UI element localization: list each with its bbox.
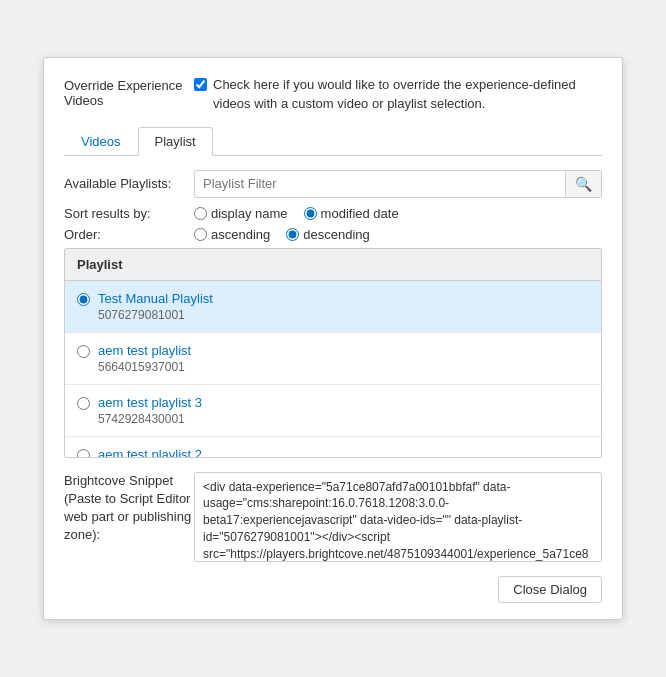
sort-display-name-label: display name <box>211 206 288 221</box>
close-dialog-button[interactable]: Close Dialog <box>498 576 602 603</box>
playlist-radio-3[interactable] <box>77 449 90 458</box>
playlist-info-3: aem test playlist 2 5663729785001 <box>98 447 202 458</box>
footer-row: Close Dialog <box>64 576 602 603</box>
snippet-textarea[interactable]: <div data-experience="5a71ce807afd7a0010… <box>194 472 602 562</box>
playlist-item[interactable]: aem test playlist 5664015937001 <box>65 333 601 385</box>
sort-display-name-radio[interactable] <box>194 207 207 220</box>
sort-modified-date-label: modified date <box>321 206 399 221</box>
tabs-row: Videos Playlist <box>64 127 602 156</box>
playlist-item[interactable]: Test Manual Playlist 5076279081001 <box>65 281 601 333</box>
sort-label: Sort results by: <box>64 206 194 221</box>
playlist-name-1: aem test playlist <box>98 343 191 358</box>
playlist-info-0: Test Manual Playlist 5076279081001 <box>98 291 213 322</box>
sort-modified-date[interactable]: modified date <box>304 206 399 221</box>
order-descending-label: descending <box>303 227 370 242</box>
playlist-filter-wrap: 🔍 <box>194 170 602 198</box>
override-checkbox-area: Check here if you would like to override… <box>194 76 602 112</box>
order-label: Order: <box>64 227 194 242</box>
sort-radio-group: display name modified date <box>194 206 399 221</box>
playlist-table-header: Playlist <box>65 249 601 281</box>
playlist-name-0: Test Manual Playlist <box>98 291 213 306</box>
sort-modified-date-radio[interactable] <box>304 207 317 220</box>
playlist-name-2: aem test playlist 3 <box>98 395 202 410</box>
order-radio-group: ascending descending <box>194 227 370 242</box>
available-playlists-row: Available Playlists: 🔍 <box>64 170 602 198</box>
order-row: Order: ascending descending <box>64 227 602 242</box>
available-playlists-label: Available Playlists: <box>64 176 194 191</box>
playlist-radio-2[interactable] <box>77 397 90 410</box>
tab-playlist[interactable]: Playlist <box>138 127 213 156</box>
sort-row: Sort results by: display name modified d… <box>64 206 602 221</box>
playlist-item[interactable]: aem test playlist 3 5742928430001 <box>65 385 601 437</box>
playlist-id-0: 5076279081001 <box>98 308 213 322</box>
playlist-radio-0[interactable] <box>77 293 90 306</box>
playlist-table: Playlist Test Manual Playlist 5076279081… <box>64 248 602 458</box>
playlist-filter-input[interactable] <box>195 171 565 196</box>
playlist-id-1: 5664015937001 <box>98 360 191 374</box>
order-ascending-radio[interactable] <box>194 228 207 241</box>
playlist-info-1: aem test playlist 5664015937001 <box>98 343 191 374</box>
order-ascending[interactable]: ascending <box>194 227 270 242</box>
playlist-item[interactable]: aem test playlist 2 5663729785001 <box>65 437 601 458</box>
search-button[interactable]: 🔍 <box>565 171 601 197</box>
playlist-radio-1[interactable] <box>77 345 90 358</box>
order-ascending-label: ascending <box>211 227 270 242</box>
override-checkbox[interactable] <box>194 78 207 91</box>
order-descending-radio[interactable] <box>286 228 299 241</box>
snippet-label: Brightcove Snippet (Paste to Script Edit… <box>64 472 194 545</box>
playlist-name-3: aem test playlist 2 <box>98 447 202 458</box>
main-dialog: Override Experience Videos Check here if… <box>43 57 623 619</box>
override-description: Check here if you would like to override… <box>213 76 602 112</box>
sort-display-name[interactable]: display name <box>194 206 288 221</box>
snippet-row: Brightcove Snippet (Paste to Script Edit… <box>64 472 602 562</box>
override-label: Override Experience Videos <box>64 76 194 108</box>
playlist-id-2: 5742928430001 <box>98 412 202 426</box>
tab-videos[interactable]: Videos <box>64 127 138 155</box>
playlist-info-2: aem test playlist 3 5742928430001 <box>98 395 202 426</box>
order-descending[interactable]: descending <box>286 227 370 242</box>
override-row: Override Experience Videos Check here if… <box>64 76 602 112</box>
